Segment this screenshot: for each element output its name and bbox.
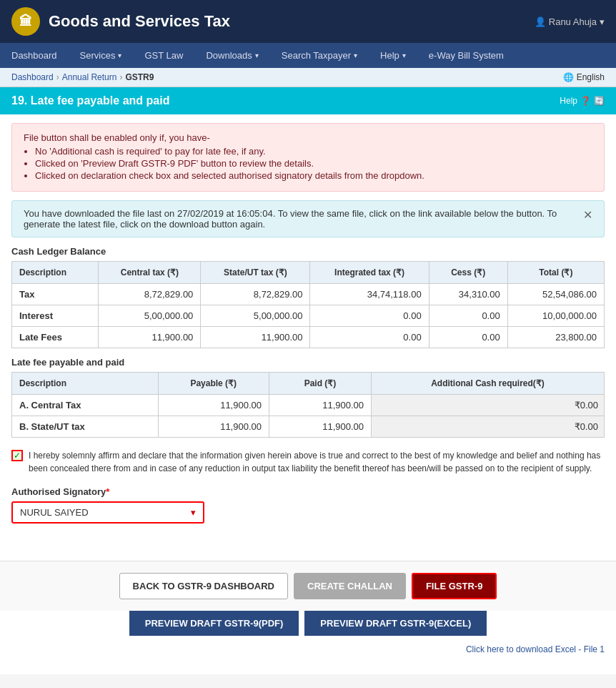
lf-row2-desc: B. State/UT tax bbox=[12, 416, 159, 438]
preview-buttons-row: PREVIEW DRAFT GSTR-9(PDF) PREVIEW DRAFT … bbox=[0, 611, 616, 642]
table-row: Late Fees 11,900.00 11,900.00 0.00 0.00 … bbox=[12, 327, 605, 348]
info-red-item-2: Clicked on 'Preview Draft GSTR-9 PDF' bu… bbox=[35, 158, 592, 169]
create-challan-button[interactable]: CREATE CHALLAN bbox=[294, 573, 406, 599]
row-tax-central: 8,72,829.00 bbox=[99, 284, 201, 305]
info-red-list: No 'Additional cash is required' to pay … bbox=[35, 146, 592, 181]
row-interest-cess: 0.00 bbox=[429, 305, 507, 327]
cash-ledger-header-row: Description Central tax (₹) State/UT tax… bbox=[12, 262, 605, 284]
breadcrumb: Dashboard › Annual Return › GSTR9 bbox=[11, 72, 154, 82]
row-latefee-total: 23,800.00 bbox=[507, 327, 604, 348]
lf-row1-additional: ₹0.00 bbox=[372, 395, 605, 416]
row-tax-state: 8,72,829.00 bbox=[201, 284, 310, 305]
info-red-intro: File button shall be enabled only if, yo… bbox=[24, 132, 592, 143]
row-latefee-central: 11,900.00 bbox=[99, 327, 201, 348]
row-interest-desc: Interest bbox=[12, 305, 99, 327]
row-tax-desc: Tax bbox=[12, 284, 99, 305]
file-gstr9-button[interactable]: FILE GSTR-9 bbox=[412, 573, 497, 599]
col-total: Total (₹) bbox=[507, 262, 604, 284]
row-latefee-integrated: 0.00 bbox=[310, 327, 429, 348]
user-icon: 👤 bbox=[535, 16, 546, 27]
preview-excel-button[interactable]: PREVIEW DRAFT GSTR-9(EXCEL) bbox=[304, 611, 487, 636]
nav-help-label: Help bbox=[380, 50, 399, 61]
row-tax-integrated: 34,74,118.00 bbox=[310, 284, 429, 305]
breadcrumb-bar: Dashboard › Annual Return › GSTR9 🌐 Engl… bbox=[0, 68, 616, 87]
lf-row2-additional: ₹0.00 bbox=[372, 416, 605, 438]
section-header: 19. Late fee payable and paid Help ❓ 🔄 bbox=[0, 87, 616, 114]
back-to-dashboard-button[interactable]: BACK TO GSTR-9 DASHBOARD bbox=[119, 573, 288, 599]
nav-help-arrow: ▾ bbox=[402, 51, 406, 59]
lf-row1-paid: 11,900.00 bbox=[269, 395, 372, 416]
main-content: 19. Late fee payable and paid Help ❓ 🔄 F… bbox=[0, 87, 616, 674]
lf-col-paid: Paid (₹) bbox=[269, 373, 372, 395]
breadcrumb-sep1: › bbox=[56, 72, 59, 82]
username: Ranu Ahuja bbox=[549, 16, 597, 27]
breadcrumb-dashboard[interactable]: Dashboard bbox=[11, 72, 54, 82]
lf-row2-paid: 11,900.00 bbox=[269, 416, 372, 438]
late-fee-title: Late fee payable and paid bbox=[11, 357, 605, 368]
nav-dashboard[interactable]: Dashboard bbox=[0, 43, 69, 68]
nav-services[interactable]: Services ▾ bbox=[69, 43, 134, 68]
row-latefee-cess: 0.00 bbox=[429, 327, 507, 348]
col-cess: Cess (₹) bbox=[429, 262, 507, 284]
nav-services-arrow: ▾ bbox=[118, 51, 121, 59]
breadcrumb-annual-return[interactable]: Annual Return bbox=[62, 72, 117, 82]
row-interest-central: 5,00,000.00 bbox=[99, 305, 201, 327]
refresh-icon[interactable]: 🔄 bbox=[594, 96, 605, 106]
app-logo: 🏛 bbox=[11, 7, 40, 36]
nav-help[interactable]: Help ▾ bbox=[369, 43, 417, 68]
row-interest-integrated: 0.00 bbox=[310, 305, 429, 327]
help-icon: ❓ bbox=[580, 96, 591, 106]
info-box-close-button[interactable]: ✕ bbox=[583, 208, 592, 222]
nav-eway-bill[interactable]: e-Way Bill System bbox=[417, 43, 515, 68]
row-tax-cess: 34,310.00 bbox=[429, 284, 507, 305]
col-description: Description bbox=[12, 262, 99, 284]
info-box-blue: You have downloaded the file last on 27/… bbox=[11, 200, 605, 237]
row-interest-total: 10,00,000.00 bbox=[507, 305, 604, 327]
nav-downloads-arrow: ▾ bbox=[255, 51, 259, 59]
late-fee-header-row: Description Payable (₹) Paid (₹) Additio… bbox=[12, 373, 605, 395]
section-number: 19. bbox=[11, 94, 27, 107]
lf-row2-payable: 11,900.00 bbox=[158, 416, 269, 438]
action-bar: BACK TO GSTR-9 DASHBOARD CREATE CHALLAN … bbox=[0, 561, 616, 611]
section-title-text: Late fee payable and paid bbox=[31, 94, 170, 107]
nav-gst-law-label: GST Law bbox=[144, 50, 183, 61]
cash-ledger-title: Cash Ledger Balance bbox=[11, 246, 605, 257]
declaration-text: I hereby solemnly affirm and declare tha… bbox=[29, 449, 605, 475]
row-latefee-state: 11,900.00 bbox=[201, 327, 310, 348]
info-red-item-1: No 'Additional cash is required' to pay … bbox=[35, 146, 592, 157]
nav-dashboard-label: Dashboard bbox=[11, 50, 57, 61]
signatory-dropdown[interactable]: NURUL SAIYED ▾ bbox=[11, 501, 204, 524]
header-left: 🏛 Goods and Services Tax bbox=[11, 7, 230, 36]
signatory-value: NURUL SAIYED bbox=[20, 507, 89, 518]
nav-services-label: Services bbox=[80, 50, 116, 61]
declaration-section: ✓ I hereby solemnly affirm and declare t… bbox=[11, 449, 605, 475]
user-info[interactable]: 👤 Ranu Ahuja ▾ bbox=[535, 16, 605, 27]
nav-search-taxpayer[interactable]: Search Taxpayer ▾ bbox=[270, 43, 369, 68]
signatory-label: Authorised Signatory* bbox=[11, 486, 605, 497]
main-nav: Dashboard Services ▾ GST Law Downloads ▾… bbox=[0, 43, 616, 68]
table-row: A. Central Tax 11,900.00 11,900.00 ₹0.00 bbox=[12, 395, 605, 416]
user-dropdown-arrow: ▾ bbox=[600, 16, 605, 27]
nav-downloads[interactable]: Downloads ▾ bbox=[194, 43, 269, 68]
info-red-item-3: Clicked on declaration check box and sel… bbox=[35, 170, 592, 181]
declaration-checkbox[interactable]: ✓ bbox=[11, 450, 23, 461]
spacer bbox=[0, 532, 616, 561]
language-selector[interactable]: 🌐 English bbox=[563, 72, 605, 82]
cash-ledger-section: Cash Ledger Balance Description Central … bbox=[11, 246, 605, 348]
help-label: Help bbox=[560, 96, 577, 106]
breadcrumb-sep2: › bbox=[119, 72, 122, 82]
table-row: Tax 8,72,829.00 8,72,829.00 34,74,118.00… bbox=[12, 284, 605, 305]
col-state-tax: State/UT tax (₹) bbox=[201, 262, 310, 284]
preview-pdf-button[interactable]: PREVIEW DRAFT GSTR-9(PDF) bbox=[129, 611, 299, 636]
nav-gst-law[interactable]: GST Law bbox=[133, 43, 194, 68]
info-blue-text: You have downloaded the file last on 27/… bbox=[24, 208, 577, 230]
top-header: 🏛 Goods and Services Tax 👤 Ranu Ahuja ▾ bbox=[0, 0, 616, 43]
checkbox-check-icon: ✓ bbox=[14, 449, 21, 462]
download-excel-link[interactable]: Click here to download Excel - File 1 bbox=[466, 644, 605, 654]
row-latefee-desc: Late Fees bbox=[12, 327, 99, 348]
cash-ledger-table: Description Central tax (₹) State/UT tax… bbox=[11, 261, 605, 348]
nav-eway-label: e-Way Bill System bbox=[429, 50, 504, 61]
lf-col-description: Description bbox=[12, 373, 159, 395]
help-button[interactable]: Help ❓ 🔄 bbox=[560, 96, 605, 106]
col-central-tax: Central tax (₹) bbox=[99, 262, 201, 284]
